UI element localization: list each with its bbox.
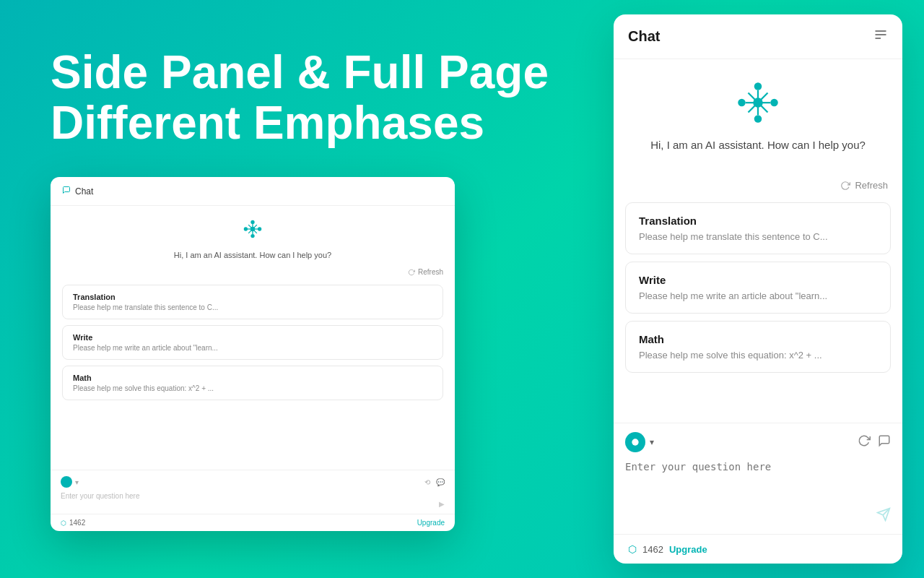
preview-suggestion-title-1: Translation: [73, 293, 432, 301]
svg-point-20: [753, 98, 763, 108]
panel-ai-badge: [625, 432, 645, 452]
preview-new-chat-icon[interactable]: 💬: [436, 478, 445, 486]
panel-send-row: [625, 504, 891, 528]
main-heading: Side Panel & Full Page Different Emphase…: [51, 47, 570, 149]
svg-point-12: [754, 82, 762, 90]
right-panel: Chat Hi, I am an AI assistant.: [614, 14, 902, 564]
preview-suggestion-card-1[interactable]: Translation Please help me translate thi…: [62, 285, 443, 319]
preview-send-area[interactable]: ▶: [61, 500, 445, 508]
suggestion-title-write: Write: [639, 274, 877, 286]
svg-point-2: [244, 228, 248, 231]
suggestion-card-translation[interactable]: Translation Please help me translate thi…: [625, 202, 891, 254]
panel-credits-icon: ⬡: [628, 543, 637, 555]
svg-point-1: [250, 234, 254, 238]
heading-line2: Different Emphases: [51, 97, 484, 149]
suggestion-text-translation: Please help me translate this sentence t…: [639, 231, 877, 242]
svg-point-3: [258, 228, 261, 231]
preview-credits-icon: ⬡: [61, 519, 66, 527]
panel-ai-section: Hi, I am an AI assistant. How can I help…: [614, 59, 902, 180]
panel-upgrade-button[interactable]: Upgrade: [669, 544, 707, 555]
panel-input-section: ▾: [614, 423, 902, 534]
preview-credits: 1462: [69, 519, 85, 527]
panel-header: Chat: [614, 14, 902, 59]
left-section: Side Panel & Full Page Different Emphase…: [0, 4, 614, 575]
panel-input-right: [858, 434, 891, 450]
preview-suggestion-text-1: Please help me translate this sentence t…: [73, 303, 432, 311]
panel-footer: ⬡ 1462 Upgrade: [614, 534, 902, 564]
preview-footer-bar: ▾ ⟲ 💬 Enter your question here ▶: [51, 470, 455, 514]
preview-wrapper: Chat: [51, 177, 455, 531]
svg-point-15: [770, 99, 778, 107]
preview-refresh[interactable]: Refresh: [408, 268, 443, 276]
preview-suggestion-title-3: Math: [73, 374, 432, 382]
panel-ai-icon: [736, 81, 780, 127]
preview-input-left: ▾: [61, 476, 79, 488]
panel-history-icon[interactable]: [858, 434, 871, 450]
panel-new-chat-icon[interactable]: [878, 434, 891, 450]
heading-line1: Side Panel & Full Page: [51, 46, 549, 98]
panel-refresh[interactable]: Refresh: [840, 180, 888, 191]
preview-input-right: ⟲ 💬: [424, 478, 445, 486]
suggestion-text-math: Please help me solve this equation: x^2 …: [639, 350, 877, 361]
panel-refresh-label: Refresh: [855, 180, 888, 191]
preview-refresh-label: Refresh: [418, 268, 443, 276]
preview-suggestion-card-2[interactable]: Write Please help me write an article ab…: [62, 325, 443, 360]
panel-input-toolbar: ▾: [625, 432, 891, 452]
preview-card: Chat: [51, 177, 455, 531]
panel-menu-icon[interactable]: [873, 27, 888, 46]
preview-ai-icon: [241, 217, 264, 243]
preview-credits-section: ⬡ 1462: [61, 519, 85, 527]
preview-suggestion-text-2: Please help me write an article about "l…: [73, 344, 432, 352]
preview-suggestion-title-2: Write: [73, 333, 432, 342]
preview-suggestion-card-3[interactable]: Math Please help me solve this equation:…: [62, 366, 443, 400]
preview-history-icon[interactable]: ⟲: [424, 478, 430, 486]
suggestion-title-math: Math: [639, 333, 877, 345]
panel-send-button[interactable]: [876, 507, 891, 525]
preview-suggestion-text-3: Please help me solve this equation: x^2 …: [73, 384, 432, 392]
preview-greeting: Hi, I am an AI assistant. How can I help…: [174, 251, 331, 259]
svg-point-14: [738, 99, 746, 107]
panel-credits: 1462: [642, 544, 663, 555]
preview-main: Hi, I am an AI assistant. How can I help…: [51, 206, 455, 470]
panel-input-box[interactable]: [625, 458, 891, 501]
preview-upgrade-button[interactable]: Upgrade: [417, 519, 445, 527]
svg-point-13: [754, 115, 762, 123]
suggestion-card-write[interactable]: Write Please help me write an article ab…: [625, 262, 891, 314]
preview-ai-badge: [61, 476, 72, 488]
svg-point-21: [632, 439, 638, 445]
preview-header-title: Chat: [75, 186, 93, 197]
panel-input-left: ▾: [625, 432, 654, 452]
preview-header: Chat: [51, 177, 455, 206]
preview-input-row: ▾ ⟲ 💬: [61, 476, 445, 488]
svg-point-0: [250, 220, 254, 224]
preview-text-input: Enter your question here: [61, 492, 445, 500]
panel-dropdown-arrow[interactable]: ▾: [650, 437, 654, 447]
svg-point-8: [250, 227, 255, 231]
suggestions-list: Translation Please help me translate thi…: [614, 202, 902, 423]
suggestion-title-translation: Translation: [639, 215, 877, 227]
preview-suggestions: Translation Please help me translate thi…: [62, 285, 443, 406]
preview-footer-status: ⬡ 1462 Upgrade: [51, 514, 455, 531]
panel-title: Chat: [628, 28, 660, 45]
panel-greeting: Hi, I am an AI assistant. How can I help…: [650, 139, 866, 151]
preview-dropdown-arrow[interactable]: ▾: [75, 478, 79, 486]
suggestion-text-write: Please help me write an article about "l…: [639, 290, 877, 301]
preview-chat-icon: [62, 186, 71, 197]
suggestion-card-math[interactable]: Math Please help me solve this equation:…: [625, 321, 891, 373]
